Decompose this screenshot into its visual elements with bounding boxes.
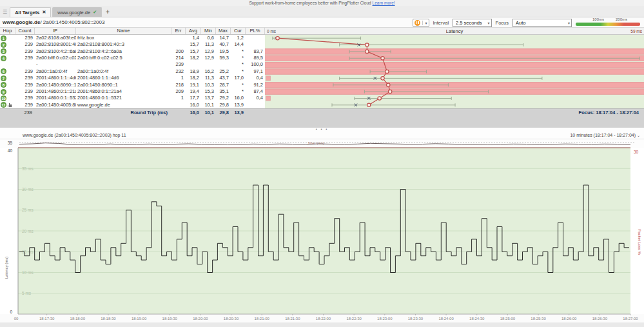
cell-cur: 13,9 [231,102,246,108]
hop-number-badge: 7 [1,75,6,81]
cell-avg: 18,2 [186,75,201,81]
cell-hop: 4 [0,55,15,61]
cell-pl: 0,4 [246,95,265,101]
cell-max: 43,7 [216,75,231,81]
latency-chart[interactable] [265,35,644,108]
cell-avg: 17,7 [186,95,201,101]
svg-text:18:19:30: 18:19:30 [162,317,178,321]
latency-pane: 0 ms Latency 59 ms [265,28,644,108]
interval-select[interactable]: 2.5 seconds ▾ [453,19,491,27]
trace-row-hop-9[interactable]: 92392001:4860:0:1::21a42001:4860:0:1::21… [0,88,265,95]
cell-cur: * [231,88,246,95]
cell-pl: 87,4 [246,88,265,95]
trace-row-hop-10[interactable]: 102392001:4860:0:1::53212001:4860:0:1::5… [0,95,265,101]
cell-pl: 97,1 [246,68,265,75]
latency-title: Latency [304,28,605,34]
graph-icon [8,103,12,107]
column-header-avg[interactable]: Avg [186,28,201,34]
trace-row-hop-3[interactable]: 32392a02:8100:4:2::6a0a2a02:8100:4:2::6a… [0,48,265,55]
cell-avg: 19,4 [186,88,201,95]
column-header-count[interactable]: Count [15,28,35,34]
cell-err: 239 [171,61,186,68]
trace-row-hop-6[interactable]: 62392a00::1a0:0:4f2a00::1a0:0:4f23218,91… [0,68,265,75]
new-tab-button[interactable]: + [106,8,110,15]
cell-count: 239 [15,68,35,75]
cell-avg: 1,4 [186,35,201,41]
cell-name: 2001:4860:0:1::21a4 [76,88,171,95]
column-header-pl[interactable]: PL% [246,28,265,34]
cell-avg: 15,7 [186,41,201,48]
cell-min: 11,3 [201,41,216,48]
cell-avg: 19,1 [186,82,201,88]
column-header-ip[interactable]: IP [35,28,76,34]
trace-row-hop-7[interactable]: 72392001:4860:1:1::4d62001:4860:1:1::4d6… [0,75,265,81]
column-header-min[interactable]: Min [201,28,216,34]
svg-text:18:26:30: 18:26:30 [592,317,608,321]
cell-hop: 1 [0,35,15,41]
round-trip-avg: 16,0 [186,109,201,117]
cell-cur: * [231,82,246,88]
target-name: www.google.de [3,19,40,25]
round-trip-min: 10,1 [201,109,216,117]
splitter-handle[interactable]: • • • [0,128,644,132]
svg-text:18:23:30: 18:23:30 [408,317,424,321]
trace-row-hop-4[interactable]: 42392a00:bfff:0:c02:c02:52a00:bfff:0:c02… [0,55,265,61]
cell-min: 12,9 [201,48,216,55]
cell-max: 25,2 [216,68,231,75]
pause-button[interactable]: ▾ [413,19,429,27]
trace-row-hop-11[interactable]: 112392a00:1450:4005:802::2www.google.de1… [0,102,265,108]
toolbar: ▾ Interval 2.5 seconds ▾ Focus Auto ▾ 10… [413,18,640,27]
tab-all-targets[interactable]: All Targets ✕ [10,7,51,17]
svg-text:18:21:30: 18:21:30 [285,317,300,321]
cell-pl: 0,4 [246,75,265,81]
trace-row-hop-1[interactable]: 12392a02:8108:a03f:e080::fritz.box1,40,6… [0,35,265,41]
cell-name: 2a02:8100:4:2::6a0a [76,48,171,55]
cell-pl: 100,0 [246,61,265,68]
cell-ip: 2a00:1450:4005:802::2 [35,102,76,108]
column-header-max[interactable]: Max [216,28,231,34]
cell-hop: 6 [0,68,15,75]
learn-more-link[interactable]: Learn more! [373,1,395,5]
trace-row-hop-x[interactable]: -239*100,0 [0,61,265,68]
tab-target-google[interactable]: www.google.de ✔ [52,7,102,17]
trace-row-hop-8[interactable]: 82392a00:1450:8090::12a00:1450:8090::121… [0,82,265,88]
cell-hop [0,61,15,68]
latency-header: 0 ms Latency 59 ms [265,28,644,35]
hop-number-badge: 2 [1,42,6,48]
cell-avg: 18,2 [186,55,201,61]
column-header-err[interactable]: Err [171,28,186,34]
trace-row-hop-2[interactable]: 22392a02:8108:8001:40::32a02:8108:8001:4… [0,41,265,48]
close-icon[interactable]: ✕ [42,10,46,15]
menu-icon[interactable]: ☰ [3,9,7,15]
svg-text:18:22:30: 18:22:30 [346,317,362,321]
cell-name: 2a00:bfff:0:c02:c02:5 [76,55,171,61]
column-header-name[interactable]: Name [76,28,171,34]
cell-max: 28,7 [216,82,231,88]
focus-value: Auto [516,20,525,26]
pause-dropdown-icon[interactable]: ▾ [422,21,427,25]
cell-err: 214 [171,55,186,61]
timeline-range-select[interactable]: 10 minutes (18:17:04 - 18:27:04) ⌄ [570,133,640,137]
cell-hop: 11 [0,102,15,108]
focus-select[interactable]: Auto ▾ [512,19,572,27]
column-header-cur[interactable]: Cur [231,28,246,34]
cell-avg [186,61,201,68]
cell-max: 40,7 [216,41,231,48]
cell-max: 29,2 [216,95,231,101]
cell-ip: 2a02:8100:4:2::6a0a [35,48,76,55]
cell-name: 2001:4860:1:1::4d6 [76,75,171,81]
latency-color-legend: 100ms 200ms [576,18,640,27]
column-header-hop[interactable]: Hop [0,28,15,34]
cell-count: 239 [15,102,35,108]
hop-number-badge: 4 [1,55,6,61]
cell-err [171,35,186,41]
svg-text:18:24:30: 18:24:30 [469,317,485,321]
legend-200ms: 200ms [616,17,627,21]
round-trip-max: 29,8 [216,109,231,117]
tab-bar: ☰ All Targets ✕ www.google.de ✔ + [0,6,644,17]
cell-avg: 16,0 [186,102,201,108]
timeline-chart[interactable]: 5 ms10 ms15 ms20 ms25 ms30 ms35 msJitter… [0,139,644,327]
svg-text:30: 30 [634,150,639,154]
target-address: / 2a00:1450:4005:802::2003 [40,19,104,25]
svg-text:35 ms: 35 ms [22,166,34,171]
